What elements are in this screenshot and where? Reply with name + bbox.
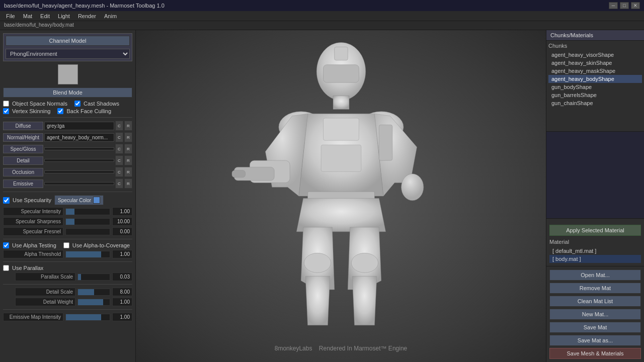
open-mat-button[interactable]: Open Mat... [549, 269, 641, 281]
chunk-visor[interactable]: agent_heavy_visorShape [548, 51, 642, 59]
specular-sharpness-value: 10.00 [112, 217, 132, 226]
back-face-culling-label: Back Face Culling [66, 108, 111, 114]
vertex-skinning-checkbox[interactable] [3, 108, 9, 114]
back-face-culling-checkbox[interactable] [57, 108, 63, 114]
chunks-materials-title: Chunks/Materials [546, 30, 644, 41]
specular-fresnel-row: Specular Fresnel 0.00 [3, 227, 132, 236]
chunk-body[interactable]: agent_heavy_bodyShape [548, 75, 642, 83]
use-specularity-label: Use Specularity [13, 197, 51, 203]
channel-model-button[interactable]: Channel Model [6, 36, 130, 46]
svg-rect-1 [323, 65, 359, 82]
emissive-texture-row: Emissive C R [3, 178, 132, 189]
emissive-reset-btn[interactable]: R [124, 178, 132, 189]
specular-fresnel-value: 0.00 [112, 227, 132, 236]
watermark: 8monkeyLabs Rendered In Marmoset™ Engine [275, 345, 408, 352]
maximize-button[interactable]: □ [620, 2, 629, 9]
emissive-map-intensity-row: Emissive Map Intensity 1.00 [3, 313, 132, 321]
detail-arrow-btn[interactable]: C [115, 155, 123, 165]
svg-rect-11 [232, 170, 246, 177]
alpha-testing-row: Use Alpha Testing Use Alpha-to-Coverage [3, 242, 132, 248]
diffuse-arrow-btn[interactable]: C [115, 121, 123, 131]
occlusion-reset-btn[interactable]: R [124, 167, 132, 177]
spec-gloss-reset-btn[interactable]: R [124, 144, 132, 154]
svg-rect-6 [323, 118, 359, 140]
detail-weight-track[interactable] [77, 299, 110, 306]
specular-sharpness-track[interactable] [65, 218, 110, 225]
channel-model-section: Channel Model PhongEnvironment [3, 33, 132, 61]
alpha-threshold-track[interactable] [65, 251, 110, 258]
chunk-mask[interactable]: agent_heavy_maskShape [548, 67, 642, 75]
specular-color-button[interactable]: Specular Color [54, 195, 104, 205]
normal-height-texture-row: Normal/Height agent_heavy_body_norm... C… [3, 132, 132, 142]
detail-weight-value: 1.00 [112, 298, 132, 306]
parallax-scale-row: Parallax Scale 0.03 [3, 273, 132, 281]
svg-point-12 [401, 174, 423, 201]
menu-item-light[interactable]: Light [54, 12, 74, 20]
save-mat-as-button[interactable]: Save Mat as... [549, 335, 641, 346]
cast-shadows-checkbox[interactable] [74, 101, 80, 107]
menu-item-render[interactable]: Render [74, 12, 100, 20]
detail-scale-track[interactable] [77, 289, 110, 296]
clean-mat-list-button[interactable]: Clean Mat List [549, 296, 641, 307]
spec-gloss-button[interactable]: Spec/Gloss [3, 145, 43, 153]
diffuse-value: grey.tga [44, 122, 114, 130]
use-specularity-checkbox[interactable] [3, 197, 10, 204]
new-mat-button[interactable]: New Mat... [549, 309, 641, 320]
emissive-arrow-btn[interactable]: C [115, 178, 123, 189]
use-alpha-coverage-label: Use Alpha-to-Coverage [72, 242, 130, 248]
detail-button[interactable]: Detail [3, 156, 43, 165]
emissive-map-intensity-label: Emissive Map Intensity [3, 313, 63, 321]
object-space-normals-checkbox[interactable] [3, 101, 9, 107]
material-preview-swatch [58, 64, 78, 84]
specular-fresnel-track[interactable] [65, 228, 110, 235]
detail-texture-row: Detail C R [3, 155, 132, 165]
viewport[interactable]: 8monkeyLabs Rendered In Marmoset™ Engine [136, 30, 546, 362]
mat-default[interactable]: [ default_mtl.mat ] [549, 247, 641, 255]
detail-weight-row: Detail Weight 1.00 [3, 298, 132, 306]
chunk-gun-chain[interactable]: gun_chainShape [548, 99, 642, 107]
chunk-gun-barrels[interactable]: gun_barrelsShape [548, 91, 642, 99]
mat-body[interactable]: [ body.mat ] [549, 255, 641, 263]
model-3d [210, 40, 472, 352]
normal-height-button[interactable]: Normal/Height [3, 133, 43, 142]
apply-selected-material-button[interactable]: Apply Selected Material [549, 225, 641, 236]
object-space-normals-row: Object Space Normals Cast Shadows [3, 101, 132, 107]
chunk-gun-body[interactable]: gun_bodyShape [548, 83, 642, 91]
minimize-button[interactable]: ─ [609, 2, 618, 9]
diffuse-reset-btn[interactable]: R [124, 121, 132, 131]
specular-color-label: Specular Color [58, 198, 91, 203]
close-button[interactable]: ✕ [631, 2, 640, 9]
use-alpha-testing-checkbox[interactable] [3, 242, 9, 248]
blend-mode-button[interactable]: Blend Mode [3, 87, 132, 98]
specular-color-swatch [93, 197, 100, 204]
save-mesh-materials-button[interactable]: Save Mesh & Materials [549, 348, 641, 359]
spec-gloss-value [44, 147, 114, 150]
parallax-scale-track[interactable] [77, 274, 110, 281]
use-parallax-checkbox[interactable] [3, 265, 9, 271]
save-mat-button[interactable]: Save Mat [549, 322, 641, 333]
normal-reset-btn[interactable]: R [124, 132, 132, 142]
specular-sharpness-label: Specular Sharpness [3, 217, 63, 226]
menu-item-file[interactable]: File [2, 12, 19, 20]
object-space-normals-label: Object Space Normals [12, 101, 67, 107]
detail-reset-btn[interactable]: R [124, 155, 132, 165]
specular-intensity-track[interactable] [65, 208, 110, 215]
spec-gloss-arrow-btn[interactable]: C [115, 144, 123, 154]
vertex-skinning-label: Vertex Skinning [12, 108, 50, 114]
normal-arrow-btn[interactable]: C [115, 132, 123, 142]
menu-item-mat[interactable]: Mat [19, 12, 36, 20]
diffuse-button[interactable]: Diffuse [3, 122, 43, 130]
emissive-button[interactable]: Emissive [3, 179, 43, 188]
emissive-map-intensity-track[interactable] [65, 314, 110, 321]
menu-item-edit[interactable]: Edit [36, 12, 54, 20]
chunk-skin[interactable]: agent_heavy_skinShape [548, 59, 642, 67]
vertex-skinning-row: Vertex Skinning Back Face Culling [3, 108, 132, 114]
menu-item-anim[interactable]: Anim [100, 12, 121, 20]
remove-mat-button[interactable]: Remove Mat [549, 283, 641, 294]
channel-model-select[interactable]: PhongEnvironment [6, 49, 130, 59]
occlusion-arrow-btn[interactable]: C [115, 167, 123, 177]
watermark-text: Rendered In Marmoset™ Engine [319, 345, 407, 352]
occlusion-button[interactable]: Occlusion [3, 168, 43, 176]
spec-gloss-texture-row: Spec/Gloss C R [3, 144, 132, 154]
use-alpha-coverage-checkbox[interactable] [63, 242, 69, 248]
